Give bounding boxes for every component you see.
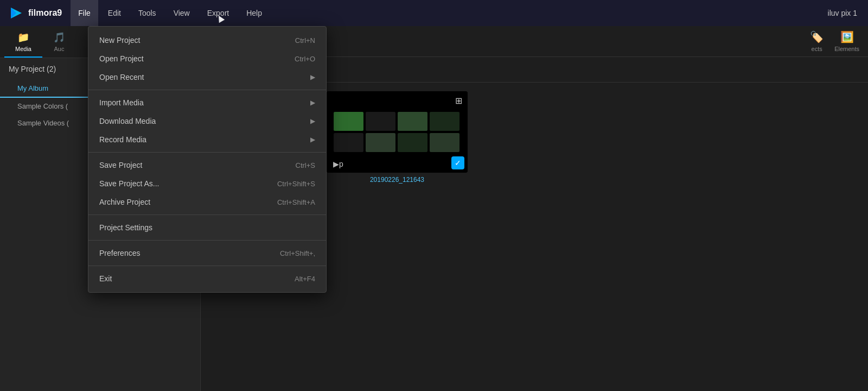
submenu-arrow-download-media: ▶ [310,117,315,125]
submenu-arrow-open-recent: ▶ [310,73,315,81]
logo-area: filmora9 [0,5,71,21]
menu-item-download-media[interactable]: Download Media ▶ [88,112,326,130]
preferences-shortcut: Ctrl+Shift+, [280,249,315,257]
preferences-label: Preferences [99,249,140,257]
new-project-label: New Project [99,36,140,45]
tab-elements[interactable]: 🖼️ Elements [834,30,859,52]
save-project-shortcut: Ctrl+S [296,161,315,169]
app-name: filmora9 [28,8,62,18]
menu-bar: File Edit Tools View Export Help [71,0,270,26]
menu-file[interactable]: File [71,0,98,26]
film-icon-2: ⊞ [453,94,464,107]
submenu-arrow-import-media: ▶ [310,99,315,106]
menu-item-import-media[interactable]: Import Media ▶ [88,93,326,112]
save-project-label: Save Project [99,161,142,169]
open-recent-label: Open Recent [99,73,144,81]
menu-item-save-project[interactable]: Save Project Ctrl+S [88,156,326,174]
tab-audio[interactable]: 🎵 Auc [42,26,76,58]
submenu-arrow-record-media: ▶ [310,136,315,143]
save-project-as-shortcut: Ctrl+Shift+S [277,180,315,188]
menu-item-archive-project[interactable]: Archive Project Ctrl+Shift+A [88,193,326,211]
tab-effects[interactable]: 🏷️ ects [810,30,824,52]
record-media-label: Record Media [99,135,146,144]
titlebar: filmora9 File Edit Tools View Export Hel… [0,0,868,26]
menu-item-open-recent[interactable]: Open Recent ▶ [88,68,326,86]
tab-audio-label: Auc [54,46,64,52]
menu-item-exit[interactable]: Exit Alt+F4 [88,269,326,288]
menu-item-new-project[interactable]: New Project Ctrl+N [88,31,326,49]
new-project-shortcut: Ctrl+N [295,36,315,45]
divider-1 [88,90,326,90]
menu-item-save-project-as[interactable]: Save Project As... Ctrl+Shift+S [88,174,326,193]
open-project-shortcut: Ctrl+O [295,55,315,63]
filmora-logo-icon [9,5,24,21]
menu-tools[interactable]: Tools [131,0,164,26]
play-icon: ▶p [330,159,347,169]
elements-icon: 🖼️ [840,30,854,43]
menu-edit[interactable]: Edit [100,0,129,26]
file-menu-dropdown[interactable]: New Project Ctrl+N Open Project Ctrl+O O… [88,26,327,293]
archive-project-shortcut: Ctrl+Shift+A [277,198,315,206]
tab-media[interactable]: 📁 Media [4,26,42,58]
media-folder-icon: 📁 [17,31,29,43]
menu-export[interactable]: Export [200,0,237,26]
menu-item-project-settings[interactable]: Project Settings [88,218,326,237]
tab-elements-label: Elements [834,46,859,52]
menu-item-record-media[interactable]: Record Media ▶ [88,130,326,149]
archive-project-label: Archive Project [99,198,150,206]
divider-4 [88,240,326,241]
audio-icon: 🎵 [53,31,65,43]
menu-item-preferences[interactable]: Preferences Ctrl+Shift+, [88,244,326,262]
tab-effects-label: ects [812,46,822,52]
divider-2 [88,152,326,153]
divider-3 [88,215,326,215]
open-project-label: Open Project [99,54,144,63]
import-media-label: Import Media [99,98,144,107]
project-settings-label: Project Settings [99,223,152,232]
divider-5 [88,266,326,266]
media-label-video: 20190226_121643 [327,176,468,184]
menu-view[interactable]: View [166,0,197,26]
tab-media-label: Media [15,46,31,52]
menu-item-open-project[interactable]: Open Project Ctrl+O [88,49,326,68]
selected-check: ✓ [451,156,464,169]
media-thumb-video[interactable]: ⊞ ▶p ✓ 20190226_121643 [327,91,468,184]
download-media-label: Download Media [99,117,156,125]
user-name: iluv pix 1 [828,9,868,17]
save-project-as-label: Save Project As... [99,179,159,188]
effects-icon: 🏷️ [810,30,824,43]
menu-help[interactable]: Help [239,0,270,26]
exit-label: Exit [99,274,112,283]
exit-shortcut: Alt+F4 [295,275,315,283]
